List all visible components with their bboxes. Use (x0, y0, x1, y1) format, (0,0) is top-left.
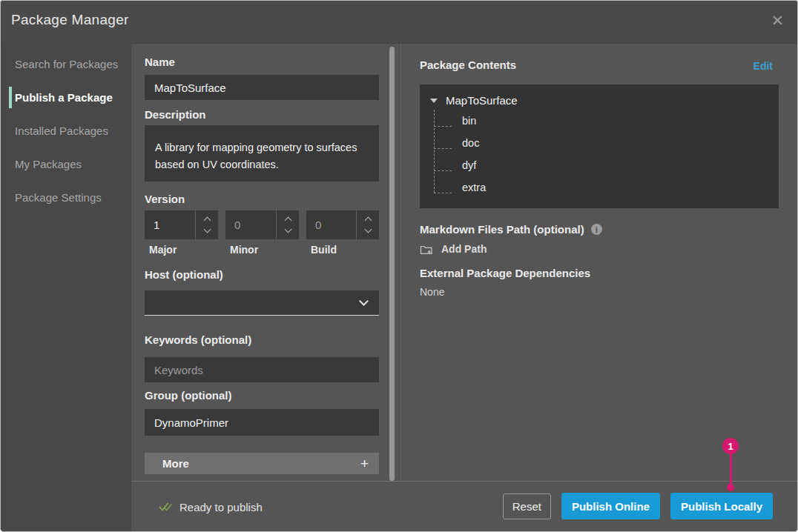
chevron-up-icon[interactable] (203, 217, 211, 225)
chevron-down-icon[interactable] (284, 226, 291, 233)
tree-item-bin[interactable]: bin (462, 115, 476, 129)
caret-down-icon[interactable] (430, 99, 438, 103)
version-build-value[interactable]: 0 (306, 210, 356, 239)
plus-icon: + (360, 456, 369, 471)
sidebar-item-my-packages[interactable]: My Packages (1, 147, 131, 181)
keywords-input[interactable] (145, 357, 379, 382)
close-icon[interactable]: ✕ (771, 13, 784, 28)
form-scrollbar[interactable] (389, 47, 395, 481)
sidebar-item-label: Installed Packages (15, 124, 108, 137)
publish-form: Name Description A library for mapping g… (145, 43, 379, 482)
sidebar-item-label: My Packages (15, 158, 82, 170)
sidebar: Search for Packages Publish a Package In… (1, 43, 131, 531)
tree-connector-line (434, 170, 452, 171)
version-build-field[interactable]: 0 (306, 210, 379, 239)
tree-root-maptosurface[interactable]: MapToSurface (430, 94, 518, 107)
version-major-value[interactable]: 1 (145, 210, 195, 239)
name-label: Name (145, 56, 175, 68)
group-input[interactable] (145, 409, 379, 436)
status-text: Ready to publish (179, 500, 263, 513)
package-contents-tree: MapToSurface bin doc dyf extra (420, 84, 779, 208)
version-major-stepper[interactable] (195, 210, 218, 239)
tree-item-dyf[interactable]: dyf (462, 159, 476, 173)
publish-status: Ready to publish (158, 500, 263, 513)
annotation-pointer-dot (727, 484, 734, 491)
sidebar-item-label: Publish a Package (15, 91, 113, 104)
dependencies-value: None (420, 286, 444, 298)
host-label: Host (optional) (145, 268, 223, 281)
chevron-down-icon[interactable] (203, 226, 211, 233)
version-minor-field[interactable]: 0 (225, 210, 299, 239)
title-bar: Package Manager ✕ (1, 1, 797, 43)
more-button-label: More (162, 457, 189, 470)
annotation-pointer-line (730, 453, 732, 485)
package-contents-panel: Package Contents Edit MapToSurface bin d… (401, 43, 797, 481)
build-label: Build (311, 244, 337, 256)
dependencies-label: External Package Dependencies (420, 267, 590, 279)
version-minor-stepper[interactable] (276, 210, 299, 239)
chevron-down-icon[interactable] (364, 226, 372, 233)
annotation-step-marker: 1 (722, 438, 739, 454)
tree-item-doc[interactable]: doc (462, 137, 479, 151)
publish-online-button[interactable]: Publish Online (561, 493, 660, 519)
reset-button[interactable]: Reset (503, 493, 551, 519)
tree-connector-line (434, 126, 452, 127)
markdown-path-row: Markdown Files Path (optional) i (420, 223, 602, 236)
sidebar-item-package-settings[interactable]: Package Settings (1, 181, 131, 214)
package-manager-dialog: Package Manager ✕ Search for Packages Pu… (0, 0, 798, 532)
add-path-label: Add Path (441, 243, 487, 255)
host-select[interactable] (145, 290, 379, 316)
name-input[interactable] (145, 75, 379, 100)
info-icon[interactable]: i (591, 224, 602, 235)
version-label: Version (145, 193, 185, 205)
folder-plus-icon (420, 244, 433, 255)
tree-root-label: MapToSurface (446, 94, 518, 107)
version-row: 1 0 0 (145, 210, 379, 239)
tree-connector-line (434, 110, 435, 193)
package-contents-title: Package Contents (420, 59, 516, 71)
description-input[interactable]: A library for mapping geometry to surfac… (145, 125, 379, 182)
group-label: Group (optional) (145, 389, 231, 402)
version-build-stepper[interactable] (356, 210, 379, 239)
tree-connector-line (434, 148, 452, 149)
sidebar-item-publish-a-package[interactable]: Publish a Package (1, 81, 131, 114)
sidebar-item-installed-packages[interactable]: Installed Packages (1, 114, 131, 147)
selection-indicator (9, 87, 12, 108)
chevron-down-icon (359, 296, 369, 306)
version-minor-value[interactable]: 0 (225, 210, 276, 239)
version-major-field[interactable]: 1 (145, 210, 218, 239)
minor-label: Minor (230, 244, 258, 256)
tree-connector-line (434, 193, 452, 193)
chevron-up-icon[interactable] (364, 217, 372, 225)
add-path-button[interactable]: Add Path (420, 243, 487, 255)
markdown-path-label: Markdown Files Path (optional) (420, 223, 584, 236)
publish-locally-button[interactable]: Publish Locally (670, 493, 773, 519)
sidebar-item-search-for-packages[interactable]: Search for Packages (1, 47, 131, 81)
tree-item-extra[interactable]: extra (462, 182, 486, 196)
chevron-up-icon[interactable] (284, 217, 291, 225)
more-button[interactable]: More + (145, 453, 379, 474)
sidebar-item-label: Package Settings (15, 191, 102, 204)
description-label: Description (145, 108, 206, 121)
footer-bar: Ready to publish Reset Publish Online Pu… (131, 481, 797, 531)
footer-buttons: Reset Publish Online Publish Locally (503, 493, 773, 519)
major-label: Major (149, 244, 177, 256)
edit-link[interactable]: Edit (754, 60, 773, 72)
sidebar-item-label: Search for Packages (15, 58, 118, 70)
keywords-label: Keywords (optional) (145, 333, 251, 346)
double-checkmark-icon (158, 501, 173, 513)
dialog-title: Package Manager (11, 12, 129, 28)
